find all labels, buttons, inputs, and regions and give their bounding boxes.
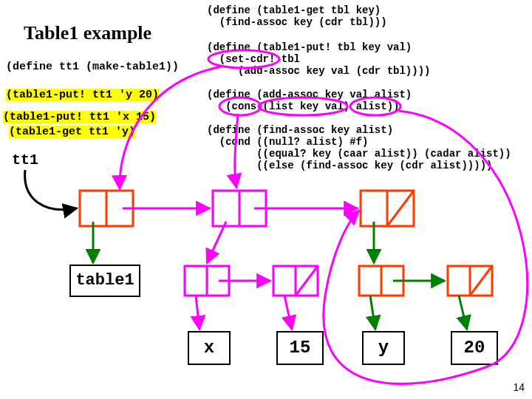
svg-rect-9 xyxy=(273,266,318,296)
code-def-get: (define (table1-get tbl key) (find-assoc… xyxy=(207,4,387,28)
atom-x: x xyxy=(188,331,231,365)
svg-rect-0 xyxy=(80,191,133,226)
slide-number: 14 xyxy=(513,381,525,393)
ptr-entry-y-tail-car xyxy=(459,296,467,330)
code-def-tt1: (define tt1 (make-table1)) xyxy=(6,61,179,73)
svg-rect-7 xyxy=(185,266,229,296)
code-def-find: (define (find-assoc key alist) (cond ((n… xyxy=(207,124,511,171)
cons-entry-x xyxy=(185,266,229,296)
code-put-x15: (table1-put! tt1 'x 15) xyxy=(3,111,156,123)
code-put-y20: (table1-put! tt1 'y 20) xyxy=(6,89,159,101)
svg-rect-4 xyxy=(361,191,414,226)
ptr-entry-y-car xyxy=(370,296,375,330)
code-def-add: (define (add-assoc key val alist) (cons … xyxy=(207,89,412,112)
atom-y: y xyxy=(362,331,405,365)
ptr-tt1 xyxy=(25,170,77,210)
code-get-y: (table1-get tt1 'y) xyxy=(9,126,135,138)
ptr-spine1-car xyxy=(207,222,226,263)
cons-spine2 xyxy=(361,191,414,226)
atom-20: 20 xyxy=(451,331,498,365)
ptr-entry-x-car xyxy=(196,296,200,330)
ptr-entry-x-tail-car xyxy=(284,296,292,330)
cons-spine1 xyxy=(213,191,266,226)
code-def-put: (define (table1-put! tbl key val) (set-c… xyxy=(207,41,430,77)
cons-entry-y-tail xyxy=(448,266,492,296)
svg-rect-12 xyxy=(359,266,403,296)
svg-line-16 xyxy=(470,266,492,296)
var-tt1-label: tt1 xyxy=(12,151,38,168)
svg-rect-14 xyxy=(448,266,492,296)
cons-entry-y xyxy=(359,266,403,296)
atom-table1: table1 xyxy=(69,265,140,297)
cons-header xyxy=(80,191,133,226)
slide-title: Table1 example xyxy=(24,22,151,44)
svg-line-6 xyxy=(387,191,414,226)
atom-15: 15 xyxy=(276,331,324,365)
svg-rect-2 xyxy=(213,191,266,226)
svg-line-11 xyxy=(296,266,318,296)
cons-entry-x-tail xyxy=(273,266,318,296)
